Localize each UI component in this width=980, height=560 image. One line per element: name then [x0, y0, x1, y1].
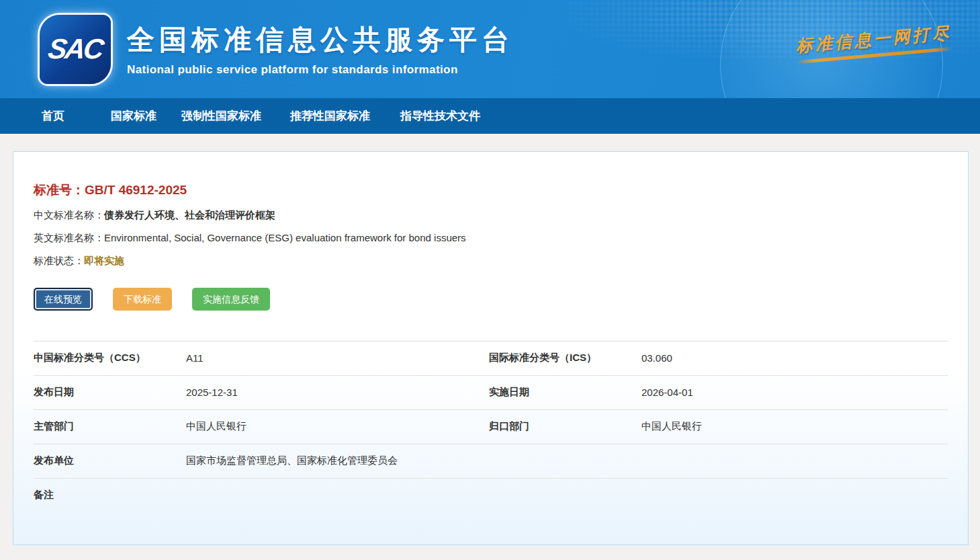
status-badge: 即将实施 [84, 255, 124, 266]
field-status: 标准状态：即将实施 [34, 255, 948, 268]
table-row-classification: 中国标准分类号（CCS） A11 国际标准分类号（ICS） 03.060 [34, 342, 948, 376]
chinese-name-label: 中文标准名称： [34, 209, 104, 221]
main-nav: 首页 国家标准 强制性国家标准 推荐性国家标准 指导性技术文件 [0, 98, 980, 134]
field-english-name: 英文标准名称：Environmental, Social, Governance… [34, 232, 948, 245]
implementation-feedback-button[interactable]: 实施信息反馈 [192, 288, 270, 311]
english-name-label: 英文标准名称： [34, 232, 104, 243]
action-buttons: 在线预览 下载标准 实施信息反馈 [34, 288, 948, 311]
table-row-departments: 主管部门 中国人民银行 归口部门 中国人民银行 [34, 410, 948, 444]
site-title: 全国标准信息公共服务平台 [127, 22, 514, 58]
download-standard-button[interactable]: 下载标准 [113, 288, 172, 311]
detail-value [186, 479, 948, 513]
standard-number-value: GB/T 46912-2025 [85, 183, 187, 197]
sac-logo-text: SAC [46, 33, 104, 65]
english-name-value: Environmental, Social, Governance (ESG) … [104, 232, 466, 243]
detail-label: 国际标准分类号（ICS） [489, 342, 641, 376]
table-row-dates: 发布日期 2025-12-31 实施日期 2026-04-01 [34, 376, 948, 410]
detail-value: 03.060 [641, 342, 948, 376]
online-preview-button[interactable]: 在线预览 [34, 288, 93, 311]
detail-label: 中国标准分类号（CCS） [34, 342, 186, 376]
nav-item-recommended-national-standards[interactable]: 推荐性国家标准 [290, 108, 370, 124]
status-label: 标准状态： [34, 255, 84, 266]
chinese-name-value: 债券发行人环境、社会和治理评价框架 [104, 209, 275, 221]
standard-number: 标准号：GB/T 46912-2025 [34, 182, 948, 199]
detail-value: 国家市场监督管理总局、国家标准化管理委员会 [186, 444, 948, 479]
table-row-remarks: 备注 [34, 479, 948, 513]
nav-item-mandatory-national-standards[interactable]: 强制性国家标准 [181, 108, 261, 124]
detail-label: 主管部门 [34, 410, 186, 444]
nav-item-guiding-technical-documents[interactable]: 指导性技术文件 [400, 108, 480, 124]
standard-detail-card: 标准号：GB/T 46912-2025 中文标准名称：债券发行人环境、社会和治理… [13, 151, 969, 545]
detail-value: A11 [186, 342, 489, 376]
details-table: 中国标准分类号（CCS） A11 国际标准分类号（ICS） 03.060 发布日… [34, 341, 948, 512]
field-chinese-name: 中文标准名称：债券发行人环境、社会和治理评价框架 [34, 209, 948, 222]
table-row-publisher: 发布单位 国家市场监督管理总局、国家标准化管理委员会 [34, 444, 948, 479]
detail-value: 2025-12-31 [186, 376, 489, 410]
detail-label: 发布单位 [34, 444, 186, 479]
site-header: SAC 全国标准信息公共服务平台 National public service… [0, 0, 980, 98]
detail-label: 备注 [34, 479, 186, 513]
detail-value: 2026-04-01 [641, 376, 948, 410]
detail-value: 中国人民银行 [186, 410, 489, 444]
standard-number-label: 标准号： [34, 183, 85, 197]
nav-item-home[interactable]: 首页 [42, 108, 64, 124]
detail-label: 发布日期 [34, 376, 186, 410]
detail-value: 中国人民银行 [641, 410, 948, 444]
detail-label: 归口部门 [489, 410, 641, 444]
nav-item-national-standards[interactable]: 国家标准 [111, 108, 157, 124]
sac-logo[interactable]: SAC [40, 15, 111, 84]
site-titles: 全国标准信息公共服务平台 National public service pla… [127, 22, 514, 77]
site-subtitle: National public service platform for sta… [127, 63, 514, 77]
detail-label: 实施日期 [489, 376, 641, 410]
